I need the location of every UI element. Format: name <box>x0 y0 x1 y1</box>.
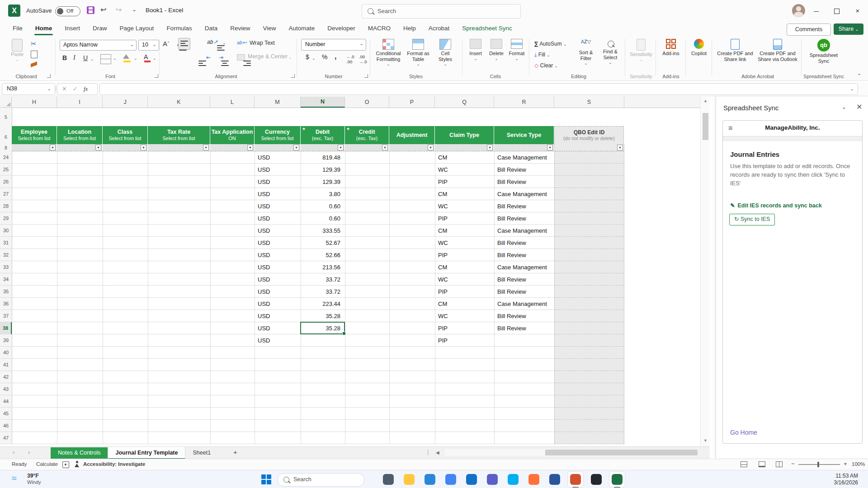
template-column-header-debit[interactable]: ★Debit(exc. Tax) <box>301 126 344 144</box>
cell-currency-36[interactable]: USD <box>258 298 270 310</box>
row-header-41[interactable]: 41 <box>0 359 12 371</box>
clock-date[interactable]: 3/16/2026 <box>813 479 858 486</box>
row-header-24[interactable]: 24 <box>0 151 12 164</box>
fill-handle[interactable] <box>342 332 346 335</box>
format-painter-icon[interactable] <box>31 61 37 67</box>
cell-claim-type-28[interactable]: WC <box>438 200 448 212</box>
sheet-tab-journal-entry-template[interactable]: Journal Entry Template <box>108 447 185 459</box>
zoom-slider[interactable] <box>798 464 840 465</box>
row-header-30[interactable]: 30 <box>0 225 12 237</box>
template-column-header-adjustment[interactable]: Adjustment <box>389 126 434 144</box>
accounting-format-icon[interactable]: $ <box>306 53 309 61</box>
name-box-chevron-icon[interactable]: ⌄ <box>47 84 51 94</box>
weather-condition[interactable]: Windy <box>27 479 41 485</box>
cell-currency-28[interactable]: USD <box>258 200 270 212</box>
zoom-level[interactable]: 100% <box>852 461 865 467</box>
ribbon-tab-developer[interactable]: Developer <box>321 22 362 36</box>
format-as-table-button[interactable]: Format as Table⌄ <box>405 39 431 67</box>
row-header-29[interactable]: 29 <box>0 212 12 225</box>
number-dialog-launcher-icon[interactable] <box>364 74 368 78</box>
cell-currency-27[interactable]: USD <box>258 188 270 200</box>
row-header-6[interactable]: 6 <box>0 132 12 141</box>
number-format-select[interactable]: Number⌄ <box>301 39 366 51</box>
underline-button[interactable]: U <box>83 54 88 61</box>
go-home-link[interactable]: Go Home <box>730 429 757 436</box>
column-header-i[interactable]: I <box>57 97 103 108</box>
template-column-header-location[interactable]: LocationSelect from list <box>57 126 102 144</box>
fill-color-icon[interactable] <box>123 54 131 61</box>
fill-color-chevron-icon[interactable]: ⌄ <box>134 56 137 61</box>
spreadsheet-sync-button[interactable]: qb Spreadsheet Sync <box>805 39 843 64</box>
template-column-header-tax-rate[interactable]: Tax RateSelect from list <box>148 126 210 144</box>
cell-currency-38[interactable]: USD <box>258 322 270 334</box>
edit-ies-link[interactable]: ✎Edit IES records and sync back <box>730 202 822 209</box>
weather-icon[interactable]: ≈ <box>12 473 17 483</box>
align-middle-icon[interactable] <box>178 38 190 50</box>
cell-claim-type-26[interactable]: PIP <box>438 176 448 188</box>
hscroll-left-icon[interactable]: ◀ <box>436 450 439 455</box>
font-size-select[interactable]: 10⌄ <box>138 40 159 51</box>
cell-claim-type-35[interactable]: PIP <box>438 286 448 298</box>
bold-button[interactable]: B <box>62 54 67 61</box>
autosum-button[interactable]: ∑ AutoSum ⌄ <box>534 41 567 47</box>
scroll-up-icon[interactable]: ▲ <box>701 99 710 103</box>
cell-debit-30[interactable]: 333.55 <box>302 225 340 237</box>
cell-claim-type-32[interactable]: PIP <box>438 249 448 261</box>
start-button[interactable] <box>261 474 271 484</box>
increase-decimal-icon[interactable]: ←.0.00 <box>346 54 354 64</box>
zoom-out-icon[interactable]: − <box>791 460 795 467</box>
template-column-header-currency[interactable]: CurrencySelect from list <box>255 126 300 144</box>
cell-claim-type-29[interactable]: PIP <box>438 212 448 225</box>
underline-chevron-icon[interactable]: ⌄ <box>90 57 94 61</box>
cell-service-type-28[interactable]: Bill Review <box>497 200 526 212</box>
ribbon-tab-automate[interactable]: Automate <box>282 22 321 36</box>
percent-style-icon[interactable]: % <box>322 53 327 61</box>
addins-button[interactable]: Add-ins <box>659 39 683 56</box>
cell-debit-26[interactable]: 129.39 <box>302 176 340 188</box>
weather-temperature[interactable]: 39°F <box>27 473 38 479</box>
italic-button[interactable]: I <box>73 54 75 61</box>
skype-icon[interactable] <box>505 472 521 487</box>
chrome-icon[interactable] <box>443 472 458 487</box>
template-column-header-qbo-edit-id[interactable]: QBO Edit ID(do not modify or delete) <box>554 126 624 144</box>
filter-dropdown-icon[interactable]: ▾ <box>338 145 344 150</box>
teams-icon[interactable] <box>485 472 500 487</box>
redo-icon[interactable]: ↪ <box>116 5 122 14</box>
powerpoint-icon[interactable] <box>568 472 583 487</box>
cell-currency-26[interactable]: USD <box>258 176 270 188</box>
column-header-n[interactable]: N <box>301 97 345 108</box>
column-header-q[interactable]: Q <box>435 97 494 108</box>
cell-service-type-26[interactable]: Bill Review <box>497 176 526 188</box>
increase-font-icon[interactable]: A˄ <box>163 40 170 47</box>
enter-formula-icon[interactable]: ✓ <box>73 84 78 94</box>
row-header-5[interactable]: 5 <box>0 108 12 126</box>
ribbon-tab-insert[interactable]: Insert <box>58 22 86 36</box>
select-all-corner[interactable] <box>0 97 12 108</box>
github-icon[interactable] <box>589 472 604 487</box>
sync-to-ies-button[interactable]: ↻ Sync to IES <box>729 214 775 225</box>
clock-time[interactable]: 11:53 AM <box>813 473 858 479</box>
quick-access-chevron-icon[interactable]: ⌄ <box>132 6 137 13</box>
template-column-header-service-type[interactable]: Service Type <box>494 126 554 144</box>
cell-debit-32[interactable]: 52.66 <box>302 249 340 261</box>
cell-claim-type-39[interactable]: PIP <box>438 334 448 347</box>
column-header-p[interactable]: P <box>389 97 435 108</box>
row-header-40[interactable]: 40 <box>0 347 12 359</box>
column-header-s[interactable]: S <box>554 97 624 108</box>
find-select-button[interactable]: Find & Select⌄ <box>599 39 621 65</box>
column-header-o[interactable]: O <box>345 97 389 108</box>
ribbon-tab-macro[interactable]: MACRO <box>362 22 397 36</box>
fill-button[interactable]: ⤓ Fill ⌄ <box>534 52 550 58</box>
orientation-icon[interactable]: ab↗ <box>207 39 217 45</box>
ribbon-tab-formulas[interactable]: Formulas <box>160 22 198 36</box>
row-header-28[interactable]: 28 <box>0 200 12 212</box>
edge-icon[interactable] <box>422 472 438 487</box>
filter-dropdown-icon[interactable]: ▾ <box>293 145 299 150</box>
selected-cell[interactable] <box>300 322 345 334</box>
cell-claim-type-31[interactable]: WC <box>438 237 448 249</box>
file-explorer-icon[interactable] <box>401 472 417 487</box>
cell-currency-33[interactable]: USD <box>258 261 270 273</box>
filter-dropdown-icon[interactable]: ▾ <box>428 145 434 150</box>
filter-dropdown-icon[interactable]: ▾ <box>203 145 209 150</box>
autosave-toggle[interactable]: Off <box>55 6 80 16</box>
